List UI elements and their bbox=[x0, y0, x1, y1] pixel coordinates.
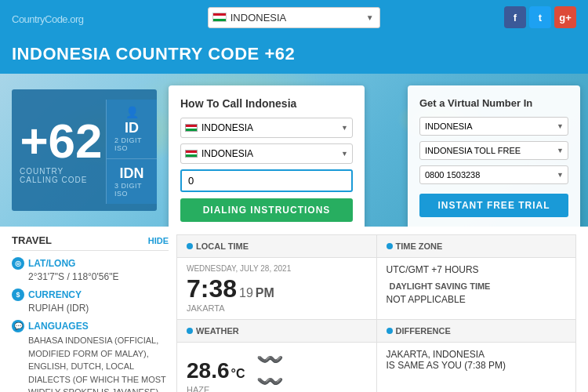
weather-desc-text: HAZE bbox=[187, 385, 209, 392]
languages-value: BAHASA INDONESIA (OFFICIAL, MODIFIED FOR… bbox=[12, 334, 169, 392]
temperature-display: 28.6°C bbox=[187, 358, 245, 383]
virtual-number-title: Get a Virtual Number In bbox=[419, 97, 568, 109]
local-time-dot bbox=[187, 243, 193, 249]
info-row-weather-header: WEATHER DIFFERENCE bbox=[176, 319, 576, 343]
latlong-value: 2°31'7"S / 118°0'56"E bbox=[12, 271, 169, 282]
travel-section-header: TRAVEL HIDE bbox=[12, 234, 169, 251]
difference-city: JAKARTA, INDONESIA bbox=[387, 349, 567, 360]
languages-title: LANGUAGES bbox=[28, 321, 89, 332]
to-country-wrap: INDONESIA ▼ bbox=[180, 143, 353, 164]
country-code-box: +62 COUNTRY CALLING CODE 👤 ID 2 DIGIT IS… bbox=[12, 89, 157, 211]
virtual-number-select[interactable]: 0800 1503238 bbox=[419, 165, 568, 184]
to-flag-icon bbox=[185, 150, 198, 158]
virtual-type-select[interactable]: INDONESIA TOLL FREE bbox=[419, 141, 568, 160]
temp-unit: °C bbox=[231, 367, 245, 381]
how-to-call-title: How To Call Indonesia bbox=[180, 97, 353, 110]
info-row-weather-content: 28.6°C HAZE 27/29.1°C 〰️〰️〰️ JAKARTA, IN… bbox=[176, 342, 576, 392]
difference-sub: IS SAME AS YOU (7:38 PM) bbox=[387, 360, 567, 371]
time-hours-minutes: 7:38 bbox=[187, 276, 237, 301]
timezone-value: UTC/GMT +7 HOURS bbox=[387, 264, 567, 275]
country-select[interactable]: INDONESIA bbox=[208, 7, 380, 28]
dialing-instructions-button[interactable]: DIALING INSTRUCTIONS bbox=[180, 198, 353, 222]
weather-header: WEATHER bbox=[177, 320, 377, 342]
phone-input[interactable] bbox=[180, 169, 353, 192]
iso2-code: ID bbox=[125, 120, 139, 136]
virtual-number-wrap: 0800 1503238 ▼ bbox=[419, 165, 568, 184]
virtual-country-wrap: INDONESIA ▼ bbox=[419, 117, 568, 136]
from-country-select[interactable]: INDONESIA bbox=[180, 118, 353, 138]
twitter-icon[interactable]: t bbox=[529, 6, 551, 28]
virtual-country-select[interactable]: INDONESIA bbox=[419, 117, 568, 136]
title-bar: INDONESIA COUNTRY CODE +62 bbox=[0, 34, 588, 74]
difference-header-label: DIFFERENCE bbox=[396, 326, 451, 336]
to-country-select[interactable]: INDONESIA bbox=[180, 143, 353, 164]
local-time-header-label: LOCAL TIME bbox=[196, 241, 249, 251]
person-icon: 👤 bbox=[125, 106, 139, 118]
info-row-headers-1: LOCAL TIME TIME ZONE bbox=[176, 234, 576, 258]
languages-item: 💬 LANGUAGES BAHASA INDONESIA (OFFICIAL, … bbox=[12, 320, 169, 392]
sidebar: TRAVEL HIDE ◎ LAT/LONG 2°31'7"S / 118°0'… bbox=[12, 234, 169, 392]
dst-value: NOT APPLICABLE bbox=[387, 294, 567, 305]
iso2-label: 2 DIGIT ISO bbox=[114, 136, 149, 152]
googleplus-icon[interactable]: g+ bbox=[554, 6, 576, 28]
difference-dot bbox=[387, 328, 393, 334]
timezone-cell: UTC/GMT +7 HOURS DAYLIGHT SAVING TIME NO… bbox=[377, 258, 576, 319]
info-grid: LOCAL TIME TIME ZONE WEDNESDAY, JULY 28,… bbox=[176, 234, 576, 392]
main-content: TRAVEL HIDE ◎ LAT/LONG 2°31'7"S / 118°0'… bbox=[0, 227, 588, 392]
local-time-header: LOCAL TIME bbox=[177, 235, 377, 257]
time-ampm: PM bbox=[256, 287, 274, 299]
latlong-label: ◎ LAT/LONG bbox=[12, 257, 169, 270]
header: CountryCode.org INDONESIA ▼ f t g+ bbox=[0, 0, 588, 34]
timezone-dot bbox=[387, 243, 393, 249]
weather-header-label: WEATHER bbox=[196, 326, 239, 336]
iso3-code: IDN bbox=[120, 165, 144, 182]
info-row-time: WEDNESDAY, JULY 28, 2021 7:3819 PM JAKAR… bbox=[176, 257, 576, 320]
languages-label: 💬 LANGUAGES bbox=[12, 320, 169, 332]
logo-text: CountryCode bbox=[12, 13, 67, 25]
latlong-item: ◎ LAT/LONG 2°31'7"S / 118°0'56"E bbox=[12, 257, 169, 282]
latlong-title: LAT/LONG bbox=[28, 258, 75, 269]
country-code-label: COUNTRY CALLING CODE bbox=[20, 167, 103, 184]
indonesia-flag-icon bbox=[212, 13, 227, 22]
city-label: JAKARTA bbox=[187, 303, 367, 313]
temp-value: 28.6 bbox=[187, 358, 230, 383]
dst-header-label: DAYLIGHT SAVING TIME bbox=[390, 281, 491, 291]
virtual-number-card: Get a Virtual Number In INDONESIA ▼ INDO… bbox=[408, 85, 580, 227]
currency-title: CURRENCY bbox=[28, 289, 82, 300]
time-seconds: 19 bbox=[239, 287, 253, 299]
travel-label: TRAVEL bbox=[12, 234, 52, 246]
country-code-number: +62 bbox=[20, 117, 102, 165]
instant-free-trial-button[interactable]: INSTANT FREE TRIAL bbox=[419, 194, 568, 217]
iso2-badge: 👤 ID 2 DIGIT ISO bbox=[106, 100, 157, 159]
difference-cell: JAKARTA, INDONESIA IS SAME AS YOU (7:38 … bbox=[377, 343, 576, 392]
iso3-badge: IDN 3 DIGIT ISO bbox=[106, 159, 157, 204]
social-icons: f t g+ bbox=[504, 6, 576, 28]
weather-description: HAZE bbox=[187, 385, 245, 392]
currency-item: $ CURRENCY RUPIAH (IDR) bbox=[12, 289, 169, 314]
currency-label: $ CURRENCY bbox=[12, 289, 169, 301]
page-title: INDONESIA COUNTRY CODE +62 bbox=[12, 44, 576, 64]
timezone-header-label: TIME ZONE bbox=[396, 241, 443, 251]
weather-inner: 28.6°C HAZE 27/29.1°C 〰️〰️〰️ bbox=[187, 349, 367, 392]
country-selector-wrap: INDONESIA ▼ bbox=[208, 7, 380, 28]
languages-icon: 💬 bbox=[12, 320, 24, 332]
weather-temp-wrap: 28.6°C HAZE 27/29.1°C bbox=[187, 358, 245, 392]
local-time-cell: WEDNESDAY, JULY 28, 2021 7:3819 PM JAKAR… bbox=[177, 258, 377, 319]
difference-header: DIFFERENCE bbox=[377, 320, 576, 342]
travel-hide-link[interactable]: HIDE bbox=[148, 236, 169, 245]
header-center: INDONESIA ▼ bbox=[208, 7, 380, 28]
facebook-icon[interactable]: f bbox=[504, 6, 526, 28]
map-section: +62 COUNTRY CALLING CODE 👤 ID 2 DIGIT IS… bbox=[0, 74, 588, 227]
haze-weather-icon: 〰️〰️〰️ bbox=[256, 349, 284, 392]
date-label: WEDNESDAY, JULY 28, 2021 bbox=[187, 264, 367, 273]
timezone-header: TIME ZONE bbox=[377, 235, 576, 257]
currency-value: RUPIAH (IDR) bbox=[12, 303, 169, 314]
from-flag-icon bbox=[185, 124, 198, 132]
how-to-call-card: How To Call Indonesia INDONESIA ▼ INDONE… bbox=[169, 85, 365, 227]
from-country-wrap: INDONESIA ▼ bbox=[180, 118, 353, 138]
latlong-icon: ◎ bbox=[12, 257, 24, 270]
iso3-label: 3 DIGIT ISO bbox=[114, 182, 149, 198]
logo-suffix: .org bbox=[67, 13, 83, 25]
currency-icon: $ bbox=[12, 289, 24, 301]
dst-header: DAYLIGHT SAVING TIME bbox=[387, 281, 567, 291]
